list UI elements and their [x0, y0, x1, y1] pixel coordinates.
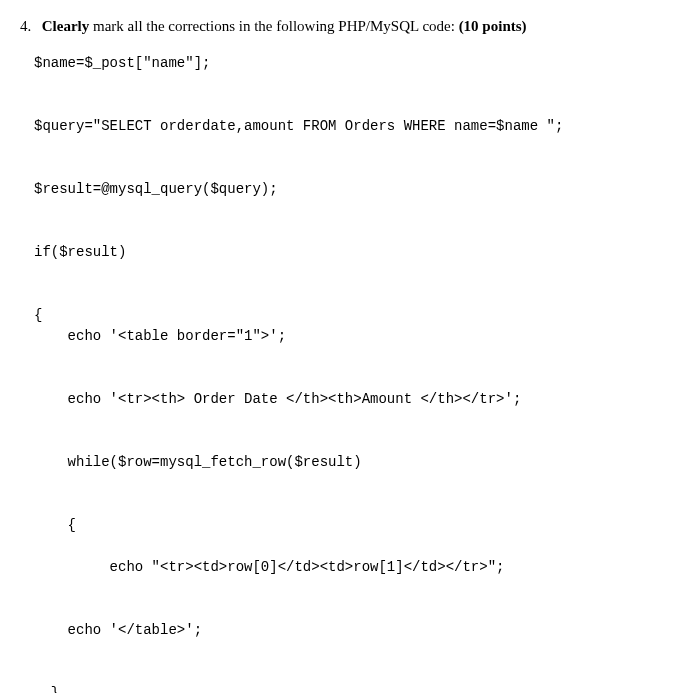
code-line: while($row=mysql_fetch_row($result): [34, 454, 362, 470]
code-line: echo '<tr><th> Order Date </th><th>Amoun…: [34, 391, 521, 407]
code-line: {: [34, 307, 42, 323]
code-line: $name=$_post["name"];: [34, 55, 210, 71]
code-line: {: [34, 517, 76, 533]
question-bold-word: Clearly: [42, 18, 89, 34]
code-line: $query="SELECT orderdate,amount FROM Ord…: [34, 118, 563, 134]
question-points: (10 points): [459, 18, 527, 34]
code-line: echo "<tr><td>row[0]</td><td>row[1]</td>…: [34, 559, 504, 575]
question-text: mark all the corrections in the followin…: [89, 18, 458, 34]
code-line: $result=@mysql_query($query);: [34, 181, 278, 197]
code-line: }: [34, 685, 59, 693]
question-line: 4. Clearly mark all the corrections in t…: [20, 18, 658, 35]
code-block: $name=$_post["name"]; $query="SELECT ord…: [34, 53, 658, 693]
code-line: echo '<table border="1">';: [34, 328, 286, 344]
code-line: echo '</table>';: [34, 622, 202, 638]
code-line: if($result): [34, 244, 126, 260]
question-number: 4.: [20, 18, 38, 35]
